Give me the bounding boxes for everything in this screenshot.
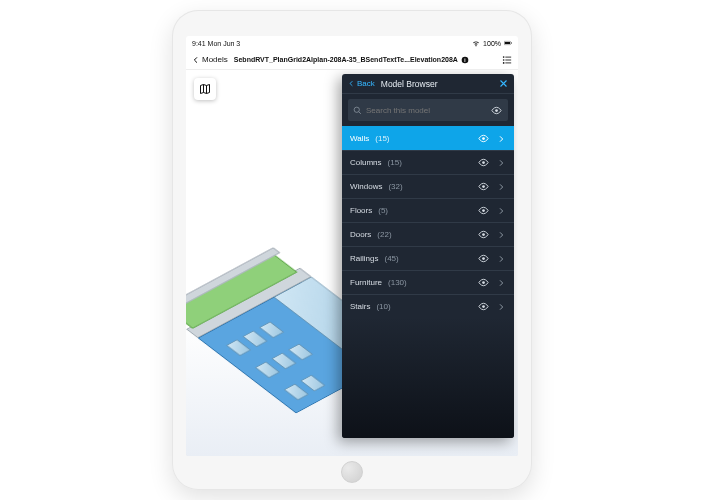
svg-point-20 xyxy=(482,305,485,308)
category-name: Walls xyxy=(350,134,369,143)
category-count: (45) xyxy=(384,254,398,263)
svg-point-9 xyxy=(503,62,505,64)
panel-header: Back Model Browser xyxy=(342,74,514,94)
info-icon[interactable]: i xyxy=(461,56,469,64)
svg-rect-1 xyxy=(505,42,510,44)
category-count: (22) xyxy=(377,230,391,239)
category-name: Doors xyxy=(350,230,371,239)
close-icon xyxy=(499,79,508,88)
model-viewport[interactable]: Back Model Browser Walls(15)Columns(15)W… xyxy=(186,70,518,456)
svg-text:i: i xyxy=(464,57,465,62)
expand-button[interactable] xyxy=(494,303,508,311)
category-name: Floors xyxy=(350,206,372,215)
svg-point-12 xyxy=(495,109,498,112)
category-row-railings[interactable]: Railings(45) xyxy=(342,246,514,270)
expand-button[interactable] xyxy=(494,279,508,287)
category-count: (15) xyxy=(388,158,402,167)
chevron-left-icon xyxy=(192,56,200,64)
svg-point-14 xyxy=(482,161,485,164)
chevron-right-icon xyxy=(497,207,505,215)
category-count: (10) xyxy=(376,302,390,311)
ipad-device-frame: 9:41 Mon Jun 3 100% Models SebndRVT_Plan… xyxy=(172,10,532,490)
svg-rect-8 xyxy=(505,59,511,60)
search-input[interactable] xyxy=(366,106,485,115)
map-toggle-button[interactable] xyxy=(194,78,216,100)
category-row-walls[interactable]: Walls(15) xyxy=(342,126,514,150)
visibility-toggle[interactable] xyxy=(476,157,490,168)
nav-back-label: Models xyxy=(202,55,228,64)
nav-back-button[interactable]: Models xyxy=(192,55,228,64)
svg-point-16 xyxy=(482,209,485,212)
model-browser-panel: Back Model Browser Walls(15)Columns(15)W… xyxy=(342,74,514,438)
visibility-toggle[interactable] xyxy=(476,301,490,312)
expand-button[interactable] xyxy=(494,135,508,143)
visibility-toggle[interactable] xyxy=(476,229,490,240)
category-name: Windows xyxy=(350,182,382,191)
eye-icon xyxy=(478,229,489,240)
eye-icon xyxy=(491,105,502,116)
category-row-columns[interactable]: Columns(15) xyxy=(342,150,514,174)
expand-button[interactable] xyxy=(494,255,508,263)
chevron-right-icon xyxy=(497,303,505,311)
category-count: (5) xyxy=(378,206,388,215)
svg-rect-6 xyxy=(505,56,511,57)
panel-search[interactable] xyxy=(348,99,508,121)
eye-icon xyxy=(478,157,489,168)
wifi-icon xyxy=(472,39,480,47)
home-button[interactable] xyxy=(341,461,363,483)
category-count: (15) xyxy=(375,134,389,143)
category-row-furniture[interactable]: Furniture(130) xyxy=(342,270,514,294)
category-row-doors[interactable]: Doors(22) xyxy=(342,222,514,246)
eye-icon xyxy=(478,181,489,192)
eye-icon xyxy=(478,277,489,288)
category-name: Furniture xyxy=(350,278,382,287)
panel-back-button[interactable]: Back xyxy=(348,79,375,88)
visibility-toggle[interactable] xyxy=(476,277,490,288)
category-row-stairs[interactable]: Stairs(10) xyxy=(342,294,514,318)
category-name: Railings xyxy=(350,254,378,263)
expand-button[interactable] xyxy=(494,207,508,215)
expand-button[interactable] xyxy=(494,183,508,191)
category-row-floors[interactable]: Floors(5) xyxy=(342,198,514,222)
panel-title: Model Browser xyxy=(381,79,493,89)
nav-title: SebndRVT_PlanGrid2Alplan-208A-35_BSendTe… xyxy=(234,56,496,64)
visibility-toggle[interactable] xyxy=(476,205,490,216)
eye-icon xyxy=(478,205,489,216)
screen: 9:41 Mon Jun 3 100% Models SebndRVT_Plan… xyxy=(186,36,518,456)
chevron-right-icon xyxy=(497,159,505,167)
search-visibility-toggle[interactable] xyxy=(489,105,503,116)
svg-point-5 xyxy=(503,56,505,58)
visibility-toggle[interactable] xyxy=(476,133,490,144)
eye-icon xyxy=(478,301,489,312)
list-view-icon[interactable] xyxy=(502,55,512,65)
chevron-left-icon xyxy=(348,80,355,87)
category-name: Stairs xyxy=(350,302,370,311)
svg-point-7 xyxy=(503,59,505,61)
visibility-toggle[interactable] xyxy=(476,253,490,264)
category-count: (32) xyxy=(388,182,402,191)
status-right: 100% xyxy=(472,39,512,47)
category-list: Walls(15)Columns(15)Windows(32)Floors(5)… xyxy=(342,126,514,318)
svg-point-17 xyxy=(482,233,485,236)
chevron-right-icon xyxy=(497,255,505,263)
panel-close-button[interactable] xyxy=(499,79,508,88)
visibility-toggle[interactable] xyxy=(476,181,490,192)
battery-icon xyxy=(504,39,512,47)
category-row-windows[interactable]: Windows(32) xyxy=(342,174,514,198)
battery-label: 100% xyxy=(483,40,501,47)
map-icon xyxy=(199,83,211,95)
expand-button[interactable] xyxy=(494,159,508,167)
expand-button[interactable] xyxy=(494,231,508,239)
eye-icon xyxy=(478,133,489,144)
svg-point-11 xyxy=(354,107,359,112)
category-name: Columns xyxy=(350,158,382,167)
status-bar: 9:41 Mon Jun 3 100% xyxy=(186,36,518,50)
search-icon xyxy=(353,106,362,115)
svg-rect-2 xyxy=(511,42,512,43)
chevron-right-icon xyxy=(497,183,505,191)
panel-empty-space xyxy=(342,318,514,438)
chevron-right-icon xyxy=(497,135,505,143)
eye-icon xyxy=(478,253,489,264)
chevron-right-icon xyxy=(497,279,505,287)
svg-rect-10 xyxy=(505,62,511,63)
